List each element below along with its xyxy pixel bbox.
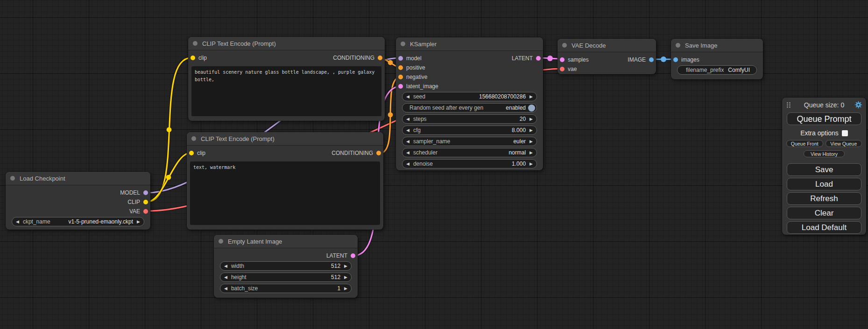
node-empty-latent-image[interactable]: Empty Latent Image LATENT ◀ width 512 ▶ … — [214, 235, 358, 298]
widget-decrement-icon[interactable]: ◀ — [406, 95, 409, 99]
widget-decrement-icon[interactable]: ◀ — [406, 128, 409, 133]
slot-dot-clip-input[interactable] — [189, 151, 194, 155]
widget-ckpt-name[interactable]: ◀ ckpt_name v1-5-pruned-emaonly.ckpt ▶ — [12, 217, 144, 226]
widget-random-seed-toggle[interactable]: Random seed after every gen enabled — [402, 103, 537, 112]
slot-dot-model-input[interactable] — [398, 56, 403, 61]
widget-increment-icon[interactable]: ▶ — [529, 140, 533, 144]
widget-cfg[interactable]: ◀ cfg 8.000 ▶ — [402, 126, 537, 135]
widget-decrement-icon[interactable]: ◀ — [224, 275, 227, 280]
slot-dot-image-output[interactable] — [649, 57, 654, 62]
node-title-bar[interactable]: Load Checkpoint — [6, 172, 150, 185]
collapse-dot-icon[interactable] — [191, 136, 196, 141]
view-history-button[interactable]: View History — [804, 150, 845, 157]
view-queue-button[interactable]: View Queue — [826, 140, 862, 147]
slot-dot-clip-input[interactable] — [191, 56, 195, 60]
widget-increment-icon[interactable]: ▶ — [529, 128, 533, 133]
widget-seed[interactable]: ◀ seed 156680208700286 ▶ — [402, 92, 537, 101]
node-clip-text-encode-negative[interactable]: CLIP Text Encode (Prompt) clip CONDITION… — [187, 132, 383, 230]
widget-decrement-icon[interactable]: ◀ — [406, 140, 409, 144]
node-load-checkpoint[interactable]: Load Checkpoint MODEL CLIP VAE ◀ ckpt_na… — [6, 172, 150, 230]
link-midpoint-dot[interactable] — [547, 56, 553, 61]
slot-dot-conditioning-output[interactable] — [376, 151, 381, 155]
widget-decrement-icon[interactable]: ◀ — [406, 151, 409, 155]
slot-dot-positive-input[interactable] — [398, 65, 403, 70]
settings-gear-icon[interactable] — [854, 101, 862, 111]
link-midpoint-dot[interactable] — [388, 60, 393, 65]
widget-decrement-icon[interactable]: ◀ — [406, 162, 409, 166]
queue-front-button[interactable]: Queue Front — [786, 140, 823, 147]
slot-dot-latent-image-input[interactable] — [398, 84, 403, 89]
widget-denoise[interactable]: ◀ denoise 1.000 ▶ — [402, 159, 537, 168]
refresh-button[interactable]: Refresh — [787, 192, 861, 205]
load-button[interactable]: Load — [787, 178, 861, 190]
toggle-knob-icon[interactable] — [528, 105, 535, 112]
slot-dot-model[interactable] — [143, 190, 148, 195]
widget-sampler-name[interactable]: ◀ sampler_name euler ▶ — [402, 137, 537, 146]
widget-increment-icon[interactable]: ▶ — [344, 264, 347, 268]
drag-handle-icon[interactable] — [786, 102, 791, 110]
queue-prompt-button[interactable]: Queue Prompt — [787, 112, 861, 125]
widget-steps[interactable]: ◀ steps 20 ▶ — [402, 114, 537, 124]
slot-label: latent_image — [406, 83, 438, 90]
extra-options-checkbox[interactable] — [842, 130, 848, 136]
node-title-bar[interactable]: CLIP Text Encode (Prompt) — [187, 132, 383, 146]
slot-dot-clip[interactable] — [143, 200, 148, 204]
slot-dot-latent-output[interactable] — [351, 253, 355, 258]
slot-dot-vae-input[interactable] — [560, 67, 565, 71]
link-midpoint-dot[interactable] — [388, 112, 393, 118]
node-clip-text-encode-positive[interactable]: CLIP Text Encode (Prompt) clip CONDITION… — [188, 37, 385, 121]
link-midpoint-dot[interactable] — [661, 56, 666, 62]
widget-increment-icon[interactable]: ▶ — [529, 151, 533, 155]
load-default-button[interactable]: Load Default — [787, 221, 861, 234]
slot-dot-vae[interactable] — [143, 209, 148, 214]
slot-dot-conditioning-output[interactable] — [378, 56, 382, 60]
node-title-bar[interactable]: Empty Latent Image — [214, 235, 358, 248]
node-title-bar[interactable]: VAE Decode — [557, 39, 656, 52]
widget-increment-icon[interactable]: ▶ — [344, 275, 347, 280]
slot-dot-latent-output[interactable] — [536, 56, 541, 61]
link-midpoint-dot[interactable] — [167, 127, 172, 133]
node-title-bar[interactable]: CLIP Text Encode (Prompt) — [188, 37, 385, 50]
node-graph-canvas[interactable]: Load Checkpoint MODEL CLIP VAE ◀ ckpt_na… — [0, 0, 868, 329]
prompt-textarea[interactable]: text, watermark — [190, 161, 380, 225]
slot-row: vae — [557, 64, 656, 74]
widget-scheduler[interactable]: ◀ scheduler normal ▶ — [402, 148, 537, 157]
link-midpoint-dot[interactable] — [166, 175, 171, 180]
widget-label: height — [231, 274, 247, 280]
widget-label: steps — [413, 116, 427, 122]
widget-value: enabled — [506, 105, 526, 111]
widget-batch-size[interactable]: ◀ batch_size 1 ▶ — [220, 284, 352, 293]
node-ksampler[interactable]: KSampler model LATENT positive negative … — [396, 37, 543, 170]
widget-decrement-icon[interactable]: ◀ — [224, 264, 227, 268]
widget-increment-icon[interactable]: ▶ — [137, 220, 140, 224]
widget-width[interactable]: ◀ width 512 ▶ — [220, 261, 352, 271]
widget-increment-icon[interactable]: ▶ — [529, 162, 533, 166]
slot-row: images — [671, 55, 763, 64]
widget-decrement-icon[interactable]: ◀ — [224, 287, 227, 291]
widget-increment-icon[interactable]: ▶ — [529, 95, 533, 99]
collapse-dot-icon[interactable] — [676, 43, 680, 48]
widget-decrement-icon[interactable]: ◀ — [406, 117, 409, 121]
node-title-bar[interactable]: KSampler — [396, 37, 543, 51]
clear-button[interactable]: Clear — [787, 207, 861, 219]
widget-filename-prefix[interactable]: filename_prefix ComfyUI — [677, 65, 757, 75]
widget-increment-icon[interactable]: ▶ — [529, 117, 533, 121]
widget-label: seed — [413, 93, 425, 100]
collapse-dot-icon[interactable] — [219, 239, 223, 244]
collapse-dot-icon[interactable] — [562, 43, 567, 48]
collapse-dot-icon[interactable] — [10, 176, 15, 181]
slot-dot-negative-input[interactable] — [398, 75, 403, 79]
widget-increment-icon[interactable]: ▶ — [344, 287, 347, 291]
node-vae-decode[interactable]: VAE Decode samples IMAGE vae — [557, 39, 656, 74]
node-title-bar[interactable]: Save Image — [671, 39, 763, 52]
save-button[interactable]: Save — [787, 163, 861, 176]
prompt-textarea[interactable]: beautiful scenery nature glass bottle la… — [191, 66, 381, 116]
node-save-image[interactable]: Save Image images filename_prefix ComfyU… — [671, 39, 763, 79]
widget-value: 1 — [337, 285, 340, 292]
collapse-dot-icon[interactable] — [193, 41, 198, 46]
collapse-dot-icon[interactable] — [401, 42, 405, 46]
slot-dot-images-input[interactable] — [673, 57, 678, 62]
widget-decrement-icon[interactable]: ◀ — [16, 220, 19, 224]
widget-height[interactable]: ◀ height 512 ▶ — [220, 273, 352, 282]
slot-dot-samples-input[interactable] — [560, 57, 565, 62]
